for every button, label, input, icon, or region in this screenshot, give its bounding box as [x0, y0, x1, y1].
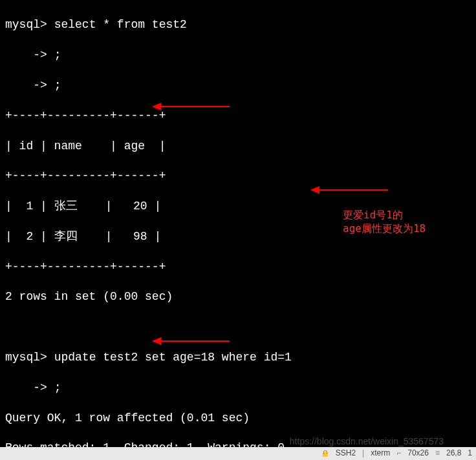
table1-border-top: +----+---------+------+ [5, 109, 471, 123]
line-update: mysql> update test2 set age=18 where id=… [5, 350, 471, 365]
separator-icon: ⌐ [396, 448, 401, 459]
watermark-text: https://blog.csdn.net/weixin_53567573 [290, 435, 444, 447]
annotation-text: 更爱id号1的 age属性更改为18 [343, 209, 426, 236]
table1-border-mid: +----+---------+------+ [5, 169, 471, 183]
status-proto: SSH2 [336, 448, 356, 459]
line-select1: mysql> select * from test2 [5, 17, 471, 32]
update-result-1: Query OK, 1 row affected (0.01 sec) [5, 411, 471, 426]
lock-icon [321, 450, 329, 457]
status-term: xterm [371, 448, 390, 459]
status-size: 70x26 [407, 448, 429, 459]
separator-icon: | [362, 448, 364, 459]
table1-border-bot: +----+---------+------+ [5, 260, 471, 275]
separator-icon: ≡ [435, 448, 440, 459]
line-update-cont: -> ; [5, 381, 471, 395]
line-cont2: -> ; [5, 78, 471, 93]
annotation-line2: age属性更改为18 [343, 222, 426, 236]
table1-header: | id | name | age | [5, 139, 471, 154]
blank-1 [5, 320, 471, 335]
status-extra: 1 [468, 448, 472, 459]
line-cont1: -> ; [5, 48, 471, 63]
status-pos: 26,8 [446, 448, 461, 459]
annotation-line1: 更爱id号1的 [343, 209, 426, 222]
status-bar: SSH2 | xterm ⌐ 70x26 ≡ 26,8 1 [0, 447, 476, 460]
table1-footer: 2 rows in set (0.00 sec) [5, 289, 471, 304]
